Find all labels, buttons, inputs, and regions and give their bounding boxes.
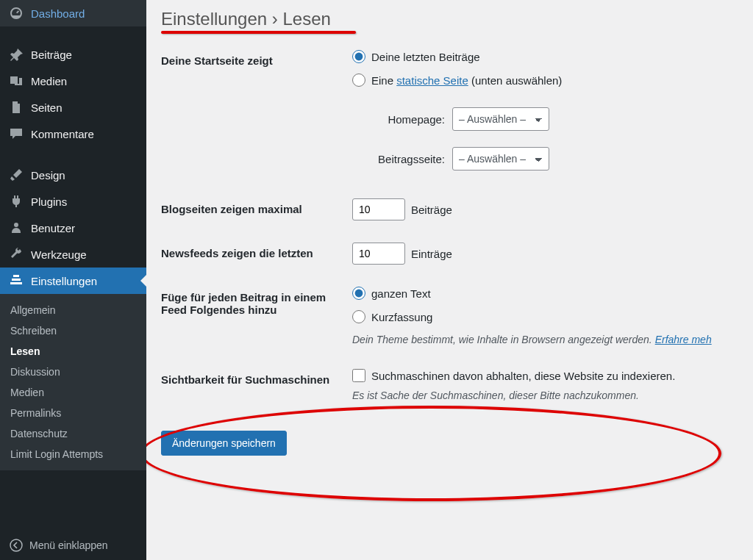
radio-summary[interactable] bbox=[352, 310, 365, 323]
sidebar-item-plugins[interactable]: Plugins bbox=[0, 188, 146, 215]
learn-more-link[interactable]: Erfahre meh bbox=[655, 334, 712, 345]
submenu-writing[interactable]: Schreiben bbox=[0, 320, 146, 341]
sidebar-item-label: Medien bbox=[31, 75, 67, 87]
newsfeeds-input[interactable] bbox=[352, 243, 405, 265]
radio-summary-label: Kurzfassung bbox=[371, 311, 432, 323]
sidebar-item-comments[interactable]: Kommentare bbox=[0, 121, 146, 147]
users-icon bbox=[9, 220, 24, 235]
static-page-link[interactable]: statische Seite bbox=[396, 74, 468, 87]
homepage-label: Homepage: bbox=[371, 113, 445, 126]
brush-icon bbox=[9, 168, 24, 182]
sidebar-item-label: Seiten bbox=[31, 101, 63, 114]
visibility-description: Es ist Sache der Suchmaschinen, dieser B… bbox=[352, 390, 738, 401]
checkbox-noindex[interactable] bbox=[352, 369, 365, 382]
submenu-reading[interactable]: Lesen bbox=[0, 341, 146, 362]
submenu-general[interactable]: Allgemein bbox=[0, 300, 146, 320]
sidebar-item-label: Benutzer bbox=[31, 222, 75, 234]
label-startpage: Deine Startseite zeigt bbox=[161, 50, 352, 67]
media-icon bbox=[9, 73, 24, 88]
radio-fulltext[interactable] bbox=[352, 287, 365, 300]
label-visibility: Sichtbarkeit für Suchmaschinen bbox=[161, 369, 352, 386]
sidebar-item-settings[interactable]: Einstellungen bbox=[0, 268, 146, 294]
radio-latest-posts[interactable] bbox=[352, 50, 365, 63]
checkbox-noindex-label: Suchmaschinen davon abhalten, diese Webs… bbox=[371, 370, 675, 382]
admin-sidebar: Dashboard Beiträge Medien Seiten Komment… bbox=[0, 0, 146, 560]
submenu-discussion[interactable]: Diskussion bbox=[0, 362, 146, 382]
submenu-limit-login[interactable]: Limit Login Attempts bbox=[0, 444, 146, 464]
radio-latest-posts-label: Deine letzten Beiträge bbox=[371, 51, 480, 63]
blogpages-input[interactable] bbox=[352, 198, 405, 220]
sidebar-item-label: Plugins bbox=[31, 195, 67, 208]
submenu-media[interactable]: Medien bbox=[0, 382, 146, 403]
radio-static-page[interactable] bbox=[352, 73, 365, 87]
sidebar-item-label: Dashboard bbox=[31, 7, 85, 20]
wrench-icon bbox=[9, 247, 24, 262]
sidebar-item-media[interactable]: Medien bbox=[0, 68, 146, 94]
dashboard-icon bbox=[9, 6, 24, 21]
annotation-underline bbox=[161, 31, 356, 34]
sidebar-item-tools[interactable]: Werkzeuge bbox=[0, 241, 146, 268]
plugins-icon bbox=[9, 194, 24, 209]
collapse-label: Menü einklappen bbox=[29, 539, 108, 551]
submenu-permalinks[interactable]: Permalinks bbox=[0, 403, 146, 423]
sidebar-item-label: Beiträge bbox=[31, 49, 72, 61]
collapse-menu[interactable]: Menü einklappen bbox=[0, 531, 146, 560]
sidebar-item-label: Werkzeuge bbox=[31, 248, 87, 261]
settings-submenu: Allgemein Schreiben Lesen Diskussion Med… bbox=[0, 294, 146, 470]
homepage-select[interactable]: – Auswählen – bbox=[452, 107, 549, 131]
collapse-icon bbox=[9, 538, 24, 553]
radio-static-page-label: Eine statische Seite (unten auswählen) bbox=[371, 74, 562, 87]
submenu-privacy[interactable]: Datenschutz bbox=[0, 423, 146, 444]
sidebar-item-label: Design bbox=[31, 169, 65, 182]
page-title: Einstellungen › Lesen bbox=[161, 9, 331, 29]
newsfeeds-unit: Einträge bbox=[411, 248, 452, 260]
svg-point-0 bbox=[10, 539, 22, 551]
sidebar-item-posts[interactable]: Beiträge bbox=[0, 41, 146, 68]
pin-icon bbox=[9, 47, 24, 62]
content-area: Einstellungen › Lesen Deine Startseite z… bbox=[146, 0, 753, 560]
label-blogpages: Blogseiten zeigen maximal bbox=[161, 198, 352, 215]
pages-icon bbox=[9, 100, 24, 115]
postspage-select[interactable]: – Auswählen – bbox=[452, 147, 549, 170]
radio-fulltext-label: ganzen Text bbox=[371, 287, 431, 300]
label-newsfeeds: Newsfeeds zeigen die letzten bbox=[161, 243, 352, 259]
feedcontent-description: Dein Theme bestimmt, wie Inhalte in Brow… bbox=[352, 334, 738, 345]
postspage-label: Beitragsseite: bbox=[371, 153, 445, 165]
sidebar-item-pages[interactable]: Seiten bbox=[0, 94, 146, 121]
sidebar-item-design[interactable]: Design bbox=[0, 162, 146, 188]
sidebar-item-label: Einstellungen bbox=[31, 275, 97, 287]
sidebar-item-label: Kommentare bbox=[31, 128, 94, 140]
settings-form: Deine Startseite zeigt Deine letzten Bei… bbox=[161, 50, 738, 456]
comments-icon bbox=[9, 126, 24, 141]
save-button[interactable]: Änderungen speichern bbox=[161, 431, 287, 456]
settings-icon bbox=[9, 273, 24, 288]
sidebar-item-dashboard[interactable]: Dashboard bbox=[0, 0, 146, 26]
label-feedcontent: Füge für jeden Beitrag in einem Feed Fol… bbox=[161, 287, 352, 316]
sidebar-item-users[interactable]: Benutzer bbox=[0, 215, 146, 241]
blogpages-unit: Beiträge bbox=[411, 204, 452, 216]
